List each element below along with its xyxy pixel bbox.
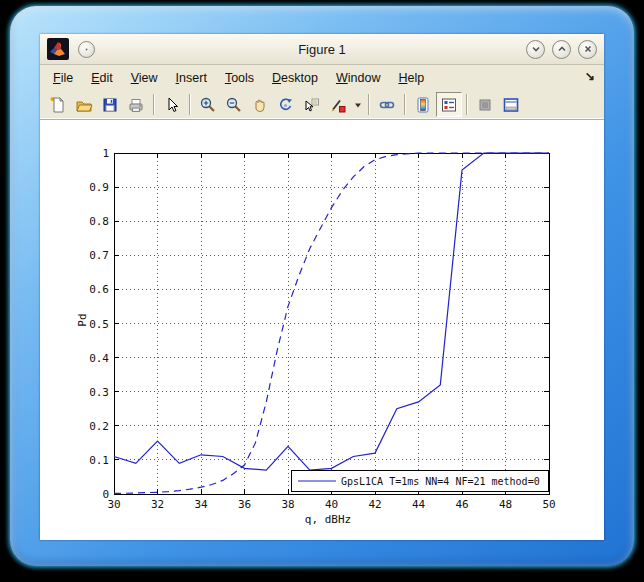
menu-edit[interactable]: Edit	[82, 68, 122, 88]
menu-bar: FileEditViewInsertToolsDesktopWindowHelp…	[40, 65, 604, 90]
menu-desktop[interactable]: Desktop	[263, 68, 327, 88]
menu-insert[interactable]: Insert	[167, 68, 216, 88]
menu-help[interactable]: Help	[389, 68, 433, 88]
series-solid	[114, 153, 549, 470]
zoom-in-button[interactable]	[195, 92, 221, 117]
toolbar-separator	[404, 94, 406, 115]
svg-text:48: 48	[499, 498, 512, 511]
save-figure-button[interactable]	[97, 92, 123, 117]
plot-grid	[114, 153, 549, 494]
legend-entry: GpsL1CA T=1ms NN=4 NF=21 method=0	[341, 476, 540, 487]
open-file-button[interactable]	[71, 92, 97, 117]
svg-text:32: 32	[151, 498, 164, 511]
svg-text:1: 1	[102, 147, 109, 160]
toolbar-separator	[153, 94, 155, 115]
title-bar[interactable]: Figure 1	[40, 34, 604, 65]
new-figure-button[interactable]	[45, 92, 71, 117]
svg-text:0.9: 0.9	[89, 181, 109, 194]
plot-legend[interactable]: GpsL1CA T=1ms NN=4 NF=21 method=0	[292, 471, 549, 492]
menu-tools[interactable]: Tools	[216, 68, 263, 88]
window-frame: Figure 1	[10, 6, 634, 566]
svg-text:0.5: 0.5	[89, 318, 109, 331]
toolbar-separator	[466, 94, 468, 115]
menu-file[interactable]: File	[44, 68, 82, 88]
edit-plot-button[interactable]	[159, 92, 185, 117]
svg-text:0.2: 0.2	[89, 420, 109, 433]
series-dashed	[114, 153, 549, 493]
insert-legend-button[interactable]	[436, 92, 462, 117]
svg-text:0: 0	[102, 488, 109, 501]
svg-text:0.4: 0.4	[89, 352, 109, 365]
insert-colorbar-button[interactable]	[410, 92, 436, 117]
x-axis-label: q, dBHz	[305, 513, 351, 526]
rotate-3d-button[interactable]	[273, 92, 299, 117]
svg-text:0.1: 0.1	[89, 454, 109, 467]
svg-text:0.3: 0.3	[89, 386, 109, 399]
toolbar-separator	[368, 94, 370, 115]
svg-text:50: 50	[542, 498, 555, 511]
menu-window[interactable]: Window	[327, 68, 389, 88]
tick-labels: 303234363840424446485000.10.20.30.40.50.…	[89, 147, 556, 511]
window-title: Figure 1	[40, 42, 604, 57]
data-cursor-button[interactable]	[299, 92, 325, 117]
maximize-button[interactable]	[552, 40, 571, 59]
plot-area[interactable]	[114, 153, 549, 494]
svg-text:40: 40	[325, 498, 338, 511]
figure-window: Figure 1	[40, 34, 604, 540]
print-figure-button[interactable]	[123, 92, 149, 117]
svg-text:0.7: 0.7	[89, 249, 109, 262]
svg-text:0.6: 0.6	[89, 283, 109, 296]
link-plot-button[interactable]	[374, 92, 400, 117]
svg-text:42: 42	[368, 498, 381, 511]
brush-data-button[interactable]	[325, 92, 351, 117]
svg-text:30: 30	[107, 498, 120, 511]
svg-text:38: 38	[281, 498, 294, 511]
svg-text:0.8: 0.8	[89, 215, 109, 228]
pan-hand-button[interactable]	[247, 92, 273, 117]
menu-view[interactable]: View	[122, 68, 167, 88]
close-button[interactable]	[578, 40, 597, 59]
plot-series	[114, 153, 549, 493]
toolbar-separator	[189, 94, 191, 115]
figure-canvas: 303234363840424446485000.10.20.30.40.50.…	[40, 120, 604, 540]
hide-plot-tools-button[interactable]	[472, 92, 498, 117]
brush-dropdown-button[interactable]	[351, 92, 364, 117]
zoom-out-button[interactable]	[221, 92, 247, 117]
svg-text:46: 46	[455, 498, 468, 511]
minimize-button[interactable]	[526, 40, 545, 59]
show-plot-tools-button[interactable]	[498, 92, 524, 117]
dock-figure-icon[interactable]: ↘	[585, 69, 595, 83]
figure-toolbar	[40, 90, 604, 120]
axis-ticks	[114, 153, 549, 494]
y-axis-label: Pd	[76, 313, 89, 326]
svg-text:36: 36	[238, 498, 251, 511]
svg-text:34: 34	[194, 498, 208, 511]
svg-text:44: 44	[412, 498, 426, 511]
